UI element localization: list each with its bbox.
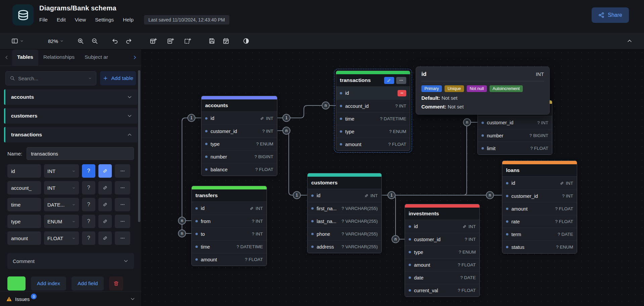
diagram-table-transactions[interactable]: transactionsidaccount_id? INTtime? DATET… [336,71,410,151]
table-field-number[interactable]: number? BIGINT [201,150,277,163]
chevron-down-icon[interactable] [127,113,132,119]
tabs-scroll-left-icon[interactable] [3,55,11,60]
zoom-level-button[interactable]: 82% [46,37,66,46]
table-header[interactable]: customers [308,177,381,189]
table-field-customer-id[interactable]: customer_id? INT [405,233,479,246]
table-field-amount[interactable]: amount? FLOAT [502,202,577,215]
table-field-balance[interactable]: balance? FLOAT [201,163,277,176]
save-button[interactable] [206,36,217,46]
table-field-id[interactable]: idINT [502,177,577,189]
table-field-time[interactable]: time? DATETIME [192,240,267,253]
chevron-down-icon[interactable] [127,94,132,100]
collapse-header-button[interactable] [625,36,635,46]
table-field-phone[interactable]: phone? VARCHAR(255) [308,227,381,240]
table-field-rate[interactable]: rate? FLOAT [502,215,577,228]
table-field-number[interactable]: number? BIGINT [478,129,552,142]
table-field-term[interactable]: term? DATE [502,228,577,241]
undo-button[interactable] [109,36,120,46]
menu-settings[interactable]: Settings [95,17,114,23]
chevron-down-icon[interactable] [130,296,135,302]
issues-bar[interactable]: Issues 0 [0,292,141,306]
table-field-status[interactable]: status? ENUM [502,241,577,253]
diagram-table-accounts[interactable]: accountsidINTcustomer_id? INTtype? ENUMn… [201,96,277,176]
table-field-amount[interactable]: amount? FLOAT [336,138,410,150]
zoom-in-button[interactable] [75,36,86,46]
menu-file[interactable]: File [39,17,48,23]
table-field-customer-id[interactable]: customer_id? INT [502,189,577,202]
field-options-button[interactable] [115,198,130,211]
menu-help[interactable]: Help [123,17,134,23]
diagram-table-loans[interactable]: loansidINTcustomer_id? INTamount? FLOATr… [502,161,577,254]
layout-panels-button[interactable] [9,36,26,46]
sidebar-scrollbar-thumb[interactable] [138,70,140,222]
table-field-amount[interactable]: amount? FLOAT [192,253,267,266]
edit-table-button[interactable] [384,77,394,84]
field-name-input[interactable]: account_ [7,181,41,194]
field-type-select[interactable]: ENUM [44,215,79,228]
table-field-type[interactable]: type? ENUM [405,246,479,258]
field-name-input[interactable]: type [7,215,41,228]
diagram-table-investments[interactable]: investmentsidINTcustomer_id? INTtype? EN… [405,204,480,297]
table-field-from[interactable]: from? INT [192,215,267,227]
nullable-toggle-button[interactable]: ? [82,164,95,178]
sidebar-tab-subject-ar[interactable]: Subject ar [80,49,113,65]
todo-button[interactable] [221,36,231,46]
delete-field-button[interactable] [398,90,406,96]
field-options-button[interactable] [115,231,130,245]
add-table-button[interactable]: Add table [100,71,136,85]
nullable-toggle-button[interactable]: ? [82,181,95,194]
chevron-up-icon[interactable] [127,132,132,137]
table-field-id[interactable]: idINT [308,189,381,202]
sidebar-tab-relationships[interactable]: Relationships [38,49,80,65]
table-header[interactable]: loans [502,164,577,177]
sidebar-table-item-transactions[interactable]: transactions [4,127,137,142]
field-options-button[interactable] [115,215,130,228]
table-field-limit[interactable]: limit? FLOAT [478,142,552,155]
table-field-current-val[interactable]: current_val? FLOAT [405,284,479,297]
primary-key-toggle-button[interactable] [98,215,112,228]
field-type-select[interactable]: INT [44,181,79,194]
field-name-input[interactable]: amount [7,231,41,245]
table-color-swatch[interactable] [7,276,26,291]
app-logo[interactable] [12,4,34,26]
field-name-input[interactable]: time [7,198,41,211]
sidebar-table-item-customers[interactable]: customers [4,108,137,124]
theme-toggle-button[interactable] [241,36,251,46]
table-field-last-na[interactable]: last_na...? VARCHAR(255) [308,215,381,227]
table-field-first-na[interactable]: first_na...? VARCHAR(255) [308,202,381,215]
table-header[interactable]: transfers [192,189,267,202]
add-table-tool-button[interactable] [148,36,159,46]
redo-button[interactable] [124,36,134,46]
primary-key-toggle-button[interactable] [98,198,112,211]
primary-key-toggle-button[interactable] [98,231,112,245]
table-field-date[interactable]: date? DATE [405,271,479,284]
add-area-tool-button[interactable] [182,36,193,46]
nullable-toggle-button[interactable]: ? [82,231,95,245]
field-options-button[interactable] [115,181,130,194]
nullable-toggle-button[interactable]: ? [82,215,95,228]
sidebar-tab-tables[interactable]: Tables [12,49,38,65]
table-field-id[interactable]: idINT [192,202,267,215]
table-more-button[interactable] [396,77,406,84]
table-field-customer-id[interactable]: customer_id? INT [201,125,277,137]
delete-table-button[interactable] [109,276,123,291]
nullable-toggle-button[interactable]: ? [82,198,95,211]
diagram-canvas[interactable]: 1nn1nn11nnn accountsidINTcustomer_id? IN… [142,49,644,306]
table-field-id[interactable]: idINT [201,112,277,125]
table-field-address[interactable]: address? VARCHAR(255) [308,240,381,253]
share-button[interactable]: Share [592,7,629,23]
table-header[interactable]: investments [405,208,479,220]
table-name-input[interactable] [27,147,134,160]
field-type-select[interactable]: FLOAT [44,231,79,245]
field-type-select[interactable]: DATE... [44,198,79,211]
tabs-scroll-right-icon[interactable] [131,55,139,60]
add-index-button[interactable]: Add index [31,276,66,291]
table-field-time[interactable]: time? DATETIME [336,112,410,125]
field-type-select[interactable]: INT [44,164,79,178]
add-field-button[interactable]: Add field [72,276,104,291]
field-name-input[interactable]: id [7,164,41,178]
table-field-id[interactable]: id [336,87,410,99]
search-combobox[interactable] [5,71,96,85]
diagram-table-customers[interactable]: customersidINTfirst_na...? VARCHAR(255)l… [307,173,382,253]
sidebar-table-item-accounts[interactable]: accounts [4,89,137,105]
